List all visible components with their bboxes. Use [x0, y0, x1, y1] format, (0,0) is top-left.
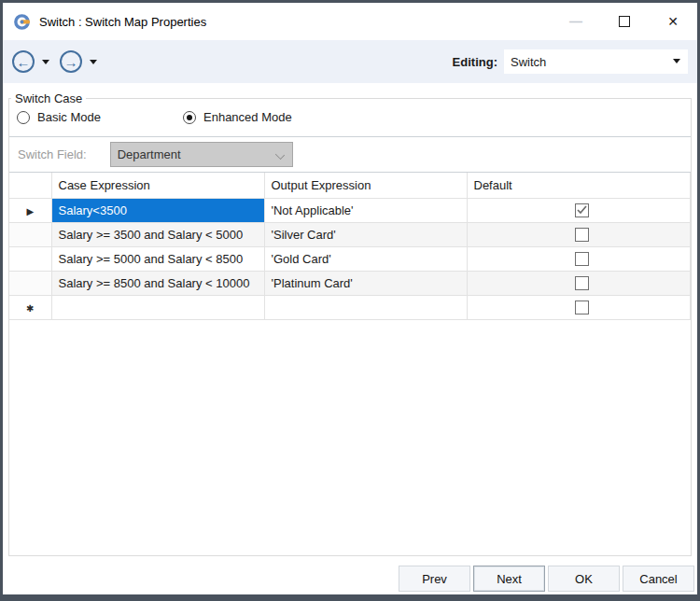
switch-case-groupbox: Switch Case Basic Mode Enhanced Mode Swi…: [8, 91, 692, 556]
table-row: ✱: [9, 295, 691, 319]
switch-map-properties-dialog: Switch : Switch Map Properties — ✕ ← → E…: [0, 0, 700, 601]
mode-radio-row: Basic Mode Enhanced Mode: [9, 105, 691, 136]
table-row: Salary >= 8500 and Salary < 10000 'Plati…: [9, 271, 691, 295]
cell-default: [467, 271, 691, 295]
editing-combobox-value: Switch: [511, 55, 546, 69]
radio-enhanced-mode[interactable]: Enhanced Mode: [183, 110, 292, 124]
new-row-selector[interactable]: ✱: [9, 295, 51, 319]
column-header-default[interactable]: Default: [467, 173, 691, 198]
cancel-button[interactable]: Cancel: [623, 566, 694, 592]
switch-field-value: Department: [118, 147, 181, 161]
switch-field-panel: Switch Field: Department: [9, 136, 691, 173]
cell-default: [467, 246, 691, 271]
cell-case-expression[interactable]: Salary >= 3500 and Salary < 5000: [51, 222, 264, 246]
table-row: ▶ Salary<3500 'Not Applicable': [9, 198, 691, 222]
chevron-down-icon: [275, 150, 285, 160]
radio-icon: [183, 111, 196, 124]
cell-default: [467, 295, 691, 319]
toolbar: ← → Editing: Switch: [3, 40, 697, 83]
cell-output-expression[interactable]: 'Silver Card': [264, 222, 467, 246]
next-button[interactable]: Next: [473, 566, 545, 592]
grid-corner-header: [9, 173, 51, 198]
radio-basic-mode-label: Basic Mode: [37, 110, 101, 124]
forward-dropdown-caret-icon[interactable]: [90, 60, 97, 64]
case-grid: Case Expression Output Expression Defaul…: [9, 173, 691, 320]
column-header-case-expression[interactable]: Case Expression: [51, 173, 264, 198]
row-selector[interactable]: [9, 271, 51, 295]
editing-combobox[interactable]: Switch: [504, 49, 688, 74]
window-controls: — ✕: [552, 3, 697, 40]
chevron-down-icon: [673, 59, 680, 63]
switch-case-group-label: Switch Case: [11, 91, 86, 105]
maximize-button[interactable]: [600, 3, 649, 40]
cell-output-expression[interactable]: [264, 295, 467, 319]
radio-enhanced-mode-label: Enhanced Mode: [203, 110, 292, 124]
app-icon: [13, 13, 31, 31]
minimize-button[interactable]: —: [552, 3, 600, 40]
cell-output-expression[interactable]: 'Platinum Card': [264, 271, 467, 295]
cell-default: [467, 198, 691, 222]
column-header-output-expression[interactable]: Output Expression: [264, 173, 467, 198]
close-button[interactable]: ✕: [649, 3, 697, 40]
row-selector[interactable]: [9, 222, 51, 246]
current-row-arrow-icon: ▶: [26, 206, 34, 217]
row-selector[interactable]: ▶: [9, 198, 51, 222]
new-row-asterisk-icon: ✱: [26, 303, 34, 314]
switch-field-combobox: Department: [110, 142, 293, 167]
default-checkbox[interactable]: [575, 300, 589, 314]
default-checkbox[interactable]: [575, 276, 589, 290]
table-row: Salary >= 3500 and Salary < 5000 'Silver…: [9, 222, 691, 246]
row-selector[interactable]: [9, 246, 51, 271]
switch-field-label: Switch Field:: [18, 147, 87, 161]
back-arrow-icon: ←: [17, 55, 31, 69]
radio-basic-mode[interactable]: Basic Mode: [17, 110, 183, 124]
window-title: Switch : Switch Map Properties: [39, 15, 206, 29]
content-area: Switch Case Basic Mode Enhanced Mode Swi…: [3, 83, 697, 557]
cell-output-expression[interactable]: 'Gold Card': [264, 246, 467, 271]
cell-case-expression[interactable]: Salary >= 8500 and Salary < 10000: [51, 271, 264, 295]
back-button[interactable]: ←: [12, 50, 35, 73]
default-checkbox[interactable]: [575, 203, 589, 217]
cell-default: [467, 222, 691, 246]
editing-group: Editing: Switch: [453, 49, 688, 74]
default-checkbox[interactable]: [575, 252, 589, 266]
back-dropdown-caret-icon[interactable]: [42, 60, 49, 64]
forward-button[interactable]: →: [60, 50, 82, 73]
default-checkbox[interactable]: [575, 228, 589, 242]
ok-button[interactable]: OK: [548, 566, 620, 592]
editing-label: Editing:: [453, 55, 497, 69]
cell-case-expression[interactable]: Salary<3500: [51, 198, 264, 222]
cell-output-expression[interactable]: 'Not Applicable': [264, 198, 467, 222]
prev-button[interactable]: Prev: [399, 566, 470, 592]
cell-case-expression[interactable]: [51, 295, 264, 319]
title-bar: Switch : Switch Map Properties — ✕: [3, 3, 697, 40]
radio-icon: [17, 111, 30, 124]
maximize-icon: [619, 16, 630, 27]
footer-button-bar: Prev Next OK Cancel: [3, 557, 697, 594]
table-row: Salary >= 5000 and Salary < 8500 'Gold C…: [9, 246, 691, 271]
grid-header-row: Case Expression Output Expression Defaul…: [9, 173, 691, 198]
cell-case-expression[interactable]: Salary >= 5000 and Salary < 8500: [51, 246, 264, 271]
forward-arrow-icon: →: [64, 55, 78, 69]
